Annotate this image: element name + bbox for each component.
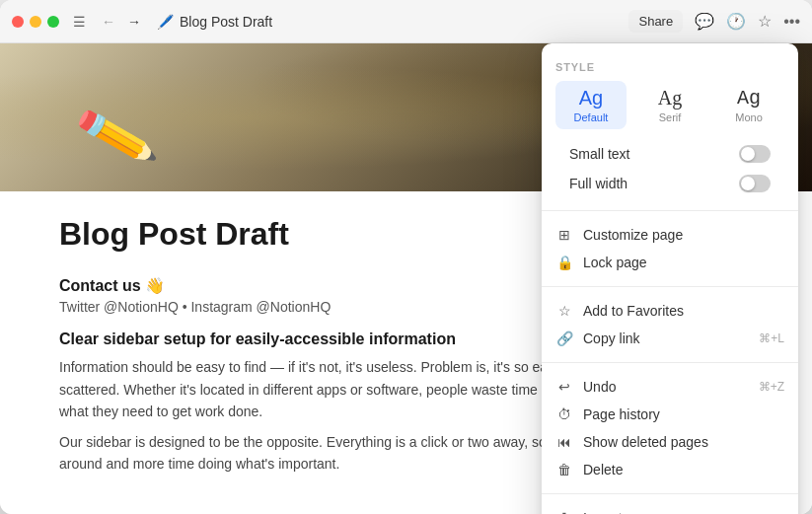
minimize-button[interactable] xyxy=(30,16,41,28)
font-serif[interactable]: Ag Serif xyxy=(634,81,705,129)
small-text-toggle[interactable] xyxy=(739,145,771,163)
menu-section-import-export: ⬇ Import ⬆ Export xyxy=(542,498,798,514)
delete-item[interactable]: 🗑 Delete xyxy=(542,456,798,483)
menu-section-share: ☆ Add to Favorites 🔗 Copy link ⌘+L xyxy=(542,291,798,358)
full-width-toggle[interactable] xyxy=(739,175,771,192)
delete-icon: 🗑 xyxy=(555,462,573,477)
divider-3 xyxy=(542,362,798,363)
import-label: Import xyxy=(583,510,784,514)
customize-page-label: Customize page xyxy=(583,227,784,243)
main-content: ✏️ Blog Post Draft Contact us 👋 Twitter … xyxy=(0,43,812,514)
sidebar-toggle-icon[interactable]: ☰ xyxy=(73,14,86,30)
undo-item[interactable]: ↩ Undo ⌘+Z xyxy=(542,373,798,401)
delete-label: Delete xyxy=(583,462,784,477)
import-icon: ⬇ xyxy=(555,510,573,514)
page-title-bar: 🖊️ Blog Post Draft xyxy=(157,14,272,30)
font-options: Ag Default Ag Serif Ag Mono xyxy=(555,81,784,129)
show-deleted-label: Show deleted pages xyxy=(583,434,784,450)
nav-buttons: ← → xyxy=(98,12,145,32)
traffic-lights xyxy=(12,16,59,28)
font-default[interactable]: Ag Default xyxy=(555,81,627,129)
dropdown-menu: STYLE Ag Default Ag Serif Ag Mono xyxy=(542,43,798,514)
page-history-item[interactable]: ⏱ Page history xyxy=(542,401,798,428)
copy-link-shortcut: ⌘+L xyxy=(759,331,784,345)
menu-section-page: ⊞ Customize page 🔒 Lock page xyxy=(542,215,798,282)
divider-1 xyxy=(542,210,798,211)
copy-link-item[interactable]: 🔗 Copy link ⌘+L xyxy=(542,325,798,352)
titlebar: ☰ ← → 🖊️ Blog Post Draft Share 💬 🕐 ☆ ••• xyxy=(0,0,812,43)
comments-icon[interactable]: 💬 xyxy=(695,12,714,31)
share-button[interactable]: Share xyxy=(628,10,683,33)
divider-4 xyxy=(542,493,798,494)
maximize-button[interactable] xyxy=(47,16,59,28)
font-default-preview: Ag xyxy=(579,87,603,110)
customize-page-item[interactable]: ⊞ Customize page xyxy=(542,221,798,249)
small-text-toggle-row: Small text xyxy=(555,139,784,169)
font-mono-label: Mono xyxy=(735,111,763,123)
full-width-toggle-row: Full width xyxy=(555,169,784,198)
font-serif-label: Serif xyxy=(659,111,682,123)
app-window: ☰ ← → 🖊️ Blog Post Draft Share 💬 🕐 ☆ •••… xyxy=(0,0,812,514)
page-history-label: Page history xyxy=(583,406,784,422)
divider-2 xyxy=(542,286,798,287)
star-icon[interactable]: ☆ xyxy=(758,12,772,31)
lock-page-icon: 🔒 xyxy=(555,255,573,270)
lock-page-label: Lock page xyxy=(583,255,784,270)
style-label: STYLE xyxy=(555,61,784,73)
lock-page-item[interactable]: 🔒 Lock page xyxy=(542,249,798,276)
small-text-label: Small text xyxy=(569,146,629,162)
font-mono-preview: Ag xyxy=(737,87,761,110)
add-to-favorites-item[interactable]: ☆ Add to Favorites xyxy=(542,297,798,325)
clock-icon[interactable]: 🕐 xyxy=(726,12,746,31)
font-serif-preview: Ag xyxy=(658,87,682,110)
show-deleted-icon: ⏮ xyxy=(555,434,573,450)
page-icon: 🖊️ xyxy=(157,14,174,30)
undo-label: Undo xyxy=(583,379,749,395)
favorites-icon: ☆ xyxy=(555,303,573,319)
titlebar-actions: Share 💬 🕐 ☆ ••• xyxy=(628,10,800,33)
full-width-label: Full width xyxy=(569,176,627,191)
close-button[interactable] xyxy=(12,16,24,28)
copy-link-icon: 🔗 xyxy=(555,330,573,346)
copy-link-label: Copy link xyxy=(583,330,749,346)
font-default-label: Default xyxy=(574,111,609,123)
pencil-decoration: ✏️ xyxy=(71,94,161,181)
page-history-icon: ⏱ xyxy=(555,406,573,422)
back-button[interactable]: ← xyxy=(98,12,119,32)
style-section: STYLE Ag Default Ag Serif Ag Mono xyxy=(542,51,798,206)
more-options-button[interactable]: ••• xyxy=(783,13,800,31)
add-to-favorites-label: Add to Favorites xyxy=(583,303,784,319)
forward-button[interactable]: → xyxy=(123,12,145,32)
font-mono[interactable]: Ag Mono xyxy=(713,81,784,129)
window-title: Blog Post Draft xyxy=(180,14,272,30)
menu-section-history: ↩ Undo ⌘+Z ⏱ Page history ⏮ Show deleted… xyxy=(542,367,798,489)
import-item[interactable]: ⬇ Import xyxy=(542,504,798,514)
show-deleted-pages-item[interactable]: ⏮ Show deleted pages xyxy=(542,428,798,456)
undo-icon: ↩ xyxy=(555,379,573,395)
undo-shortcut: ⌘+Z xyxy=(759,380,784,394)
customize-page-icon: ⊞ xyxy=(555,227,573,243)
